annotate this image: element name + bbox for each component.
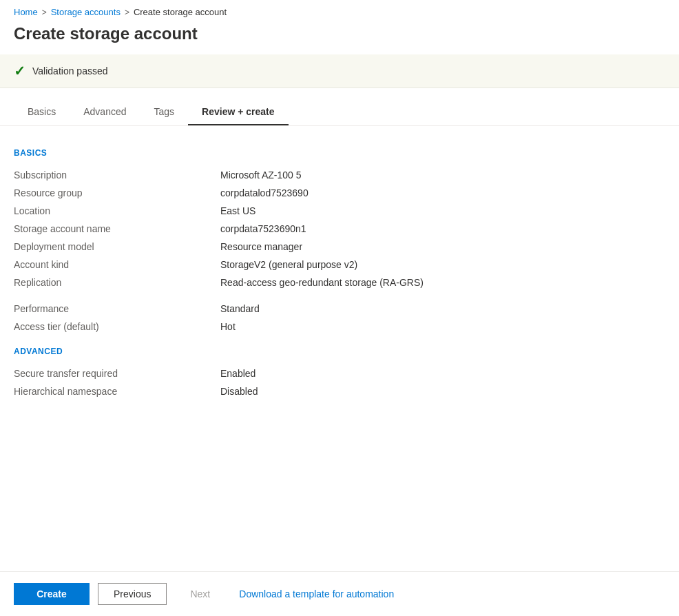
- value-resource-group: corpdatalod7523690: [220, 184, 665, 202]
- label-storage-account-name: Storage account name: [14, 220, 220, 238]
- table-row: Location East US: [14, 202, 665, 220]
- content-area: BASICS Subscription Microsoft AZ-100 5 R…: [0, 126, 679, 571]
- label-hierarchical-namespace: Hierarchical namespace: [14, 382, 220, 400]
- table-row: Access tier (default) Hot: [14, 318, 665, 336]
- tab-tags[interactable]: Tags: [140, 99, 189, 125]
- value-access-tier: Hot: [220, 318, 665, 336]
- breadcrumb-sep2: >: [125, 8, 129, 17]
- table-row: Performance Standard: [14, 300, 665, 318]
- label-subscription: Subscription: [14, 166, 220, 184]
- footer: Create Previous Next Download a template…: [0, 571, 679, 616]
- create-button[interactable]: Create: [14, 583, 90, 605]
- basics-section-header: BASICS: [14, 148, 665, 158]
- label-access-tier: Access tier (default): [14, 318, 220, 336]
- label-secure-transfer: Secure transfer required: [14, 365, 220, 382]
- table-row: Deployment model Resource manager: [14, 238, 665, 256]
- page-container: Home > Storage accounts > Create storage…: [0, 0, 679, 616]
- table-row: Resource group corpdatalod7523690: [14, 184, 665, 202]
- previous-button[interactable]: Previous: [98, 583, 167, 605]
- label-replication: Replication: [14, 274, 220, 291]
- value-replication: Read-access geo-redundant storage (RA-GR…: [220, 274, 665, 291]
- validation-check-icon: ✓: [14, 63, 25, 79]
- value-hierarchical-namespace: Disabled: [220, 382, 665, 400]
- breadcrumb-storage-accounts[interactable]: Storage accounts: [51, 7, 121, 17]
- table-row: Storage account name corpdata7523690n1: [14, 220, 665, 238]
- validation-banner: ✓ Validation passed: [0, 54, 679, 88]
- page-title: Create storage account: [0, 21, 679, 54]
- next-button: Next: [175, 584, 225, 604]
- download-template-link[interactable]: Download a template for automation: [239, 584, 394, 604]
- basics-table: Subscription Microsoft AZ-100 5 Resource…: [14, 166, 665, 336]
- table-row: Subscription Microsoft AZ-100 5: [14, 166, 665, 184]
- breadcrumb-home[interactable]: Home: [14, 7, 38, 17]
- label-deployment-model: Deployment model: [14, 238, 220, 256]
- table-row: Hierarchical namespace Disabled: [14, 382, 665, 400]
- value-storage-account-name: corpdata7523690n1: [220, 220, 665, 238]
- value-performance: Standard: [220, 300, 665, 318]
- label-resource-group: Resource group: [14, 184, 220, 202]
- breadcrumb-current: Create storage account: [134, 7, 227, 17]
- table-row: Replication Read-access geo-redundant st…: [14, 274, 665, 291]
- value-secure-transfer: Enabled: [220, 365, 665, 382]
- value-subscription: Microsoft AZ-100 5: [220, 166, 665, 184]
- breadcrumb-sep1: >: [42, 8, 47, 17]
- table-row: Secure transfer required Enabled: [14, 365, 665, 382]
- label-location: Location: [14, 202, 220, 220]
- tab-basics[interactable]: Basics: [14, 99, 70, 125]
- tabs-container: Basics Advanced Tags Review + create: [0, 88, 679, 126]
- value-deployment-model: Resource manager: [220, 238, 665, 256]
- advanced-table: Secure transfer required Enabled Hierarc…: [14, 365, 665, 400]
- table-row: Account kind StorageV2 (general purpose …: [14, 256, 665, 274]
- label-performance: Performance: [14, 300, 220, 318]
- tab-review-create[interactable]: Review + create: [188, 99, 288, 125]
- table-spacer-row: [14, 291, 665, 300]
- tab-advanced[interactable]: Advanced: [70, 99, 140, 125]
- validation-text: Validation passed: [32, 65, 107, 76]
- value-location: East US: [220, 202, 665, 220]
- breadcrumb: Home > Storage accounts > Create storage…: [0, 0, 679, 21]
- advanced-section-header: ADVANCED: [14, 347, 665, 356]
- label-account-kind: Account kind: [14, 256, 220, 274]
- value-account-kind: StorageV2 (general purpose v2): [220, 256, 665, 274]
